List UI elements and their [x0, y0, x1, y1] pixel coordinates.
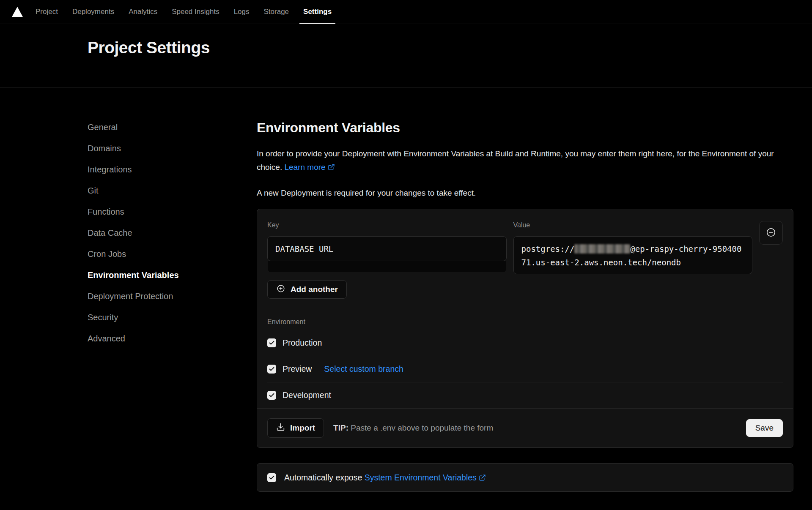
learn-more-label: Learn more: [284, 163, 325, 172]
nav-tab-logs[interactable]: Logs: [234, 0, 250, 24]
sidebar-item-git[interactable]: Git: [88, 186, 99, 195]
nav-tab-settings[interactable]: Settings: [303, 0, 332, 24]
save-button[interactable]: Save: [746, 419, 783, 437]
system-env-link-label: System Environment Variables: [365, 473, 477, 482]
value-column: Value postgres://@ep-raspy-cherry-950400…: [513, 221, 753, 274]
card-footer: Import TIP: Paste a .env above to popula…: [257, 408, 793, 447]
environment-row-preview: Preview Select custom branch: [267, 356, 783, 382]
environment-variables-panel: Environment Variables In order to provid…: [257, 87, 793, 492]
content-area: General Domains Integrations Git Functio…: [0, 87, 812, 492]
nav-tab-speed-insights[interactable]: Speed Insights: [172, 0, 219, 24]
system-env-card: Automatically expose System Environment …: [257, 463, 793, 492]
check-icon: [269, 475, 275, 481]
select-custom-branch-link[interactable]: Select custom branch: [324, 364, 403, 374]
download-icon: [276, 423, 285, 434]
tip-text: TIP: Paste a .env above to populate the …: [333, 423, 493, 433]
sidebar-item-cron-jobs[interactable]: Cron Jobs: [88, 250, 126, 259]
auto-expose-label: Automatically expose: [284, 473, 365, 482]
production-label: Production: [283, 338, 322, 348]
check-icon: [269, 392, 275, 398]
nav-tab-project[interactable]: Project: [36, 0, 58, 24]
environment-row-production: Production: [267, 330, 783, 356]
section-description: In order to provide your Deployment with…: [257, 147, 793, 174]
sidebar-item-environment-variables[interactable]: Environment Variables: [88, 271, 179, 280]
key-label: Key: [267, 221, 507, 229]
external-link-icon: [328, 161, 335, 169]
circle-plus-icon: [276, 284, 285, 295]
value-textarea[interactable]: postgres://@ep-raspy-cherry-95040071.us-…: [513, 236, 753, 274]
redeploy-note: A new Deployment is required for your ch…: [257, 186, 793, 199]
preview-label: Preview: [283, 364, 312, 374]
key-input-extension: [268, 261, 506, 272]
preview-checkbox[interactable]: [267, 365, 276, 374]
value-prefix: postgres://: [521, 244, 575, 254]
external-link-icon: [479, 474, 486, 481]
environment-row-development: Development: [267, 382, 783, 408]
key-value-section: Key Value postgres://@ep-raspy-cherry-95…: [257, 209, 793, 309]
sidebar-item-data-cache[interactable]: Data Cache: [88, 229, 132, 237]
development-checkbox[interactable]: [267, 391, 276, 400]
environment-variables-card: Key Value postgres://@ep-raspy-cherry-95…: [257, 209, 793, 448]
learn-more-link[interactable]: Learn more: [284, 163, 335, 172]
vercel-logo-icon[interactable]: [12, 7, 23, 17]
environment-section: Environment Production Preview Select cu…: [257, 309, 793, 408]
page-title: Project Settings: [88, 38, 812, 57]
check-icon: [269, 366, 275, 372]
nav-tabs: Project Deployments Analytics Speed Insi…: [36, 0, 332, 24]
top-navigation: Project Deployments Analytics Speed Insi…: [0, 0, 812, 24]
development-label: Development: [283, 390, 331, 400]
nav-tab-analytics[interactable]: Analytics: [129, 0, 157, 24]
auto-expose-text: Automatically expose System Environment …: [284, 473, 486, 483]
add-another-button[interactable]: Add another: [267, 280, 347, 299]
value-label: Value: [513, 221, 753, 229]
check-icon: [269, 340, 275, 346]
import-label: Import: [290, 423, 315, 433]
tip-bold: TIP:: [333, 423, 348, 432]
environment-label: Environment: [267, 318, 783, 326]
nav-tab-deployments[interactable]: Deployments: [72, 0, 114, 24]
add-another-label: Add another: [291, 285, 338, 294]
page-header: Project Settings: [0, 24, 812, 87]
sidebar-item-domains[interactable]: Domains: [88, 144, 121, 153]
remove-row-button[interactable]: [759, 221, 783, 245]
key-input[interactable]: [267, 236, 507, 261]
section-heading: Environment Variables: [257, 120, 793, 136]
sidebar-item-advanced[interactable]: Advanced: [88, 334, 125, 343]
circle-minus-icon: [765, 227, 776, 239]
auto-expose-checkbox[interactable]: [267, 473, 276, 482]
nav-tab-storage[interactable]: Storage: [264, 0, 289, 24]
sidebar-item-functions[interactable]: Functions: [88, 207, 124, 216]
sidebar-item-integrations[interactable]: Integrations: [88, 165, 132, 174]
sidebar-item-security[interactable]: Security: [88, 313, 118, 322]
production-checkbox[interactable]: [267, 338, 276, 347]
settings-sidebar: General Domains Integrations Git Functio…: [88, 87, 257, 492]
key-column: Key: [267, 221, 507, 274]
import-button[interactable]: Import: [267, 418, 324, 438]
sidebar-item-deployment-protection[interactable]: Deployment Protection: [88, 292, 173, 301]
tip-body: Paste a .env above to populate the form: [348, 423, 493, 432]
sidebar-item-general[interactable]: General: [88, 123, 118, 132]
redacted-credentials: [574, 244, 630, 254]
system-env-link[interactable]: System Environment Variables: [365, 473, 486, 482]
